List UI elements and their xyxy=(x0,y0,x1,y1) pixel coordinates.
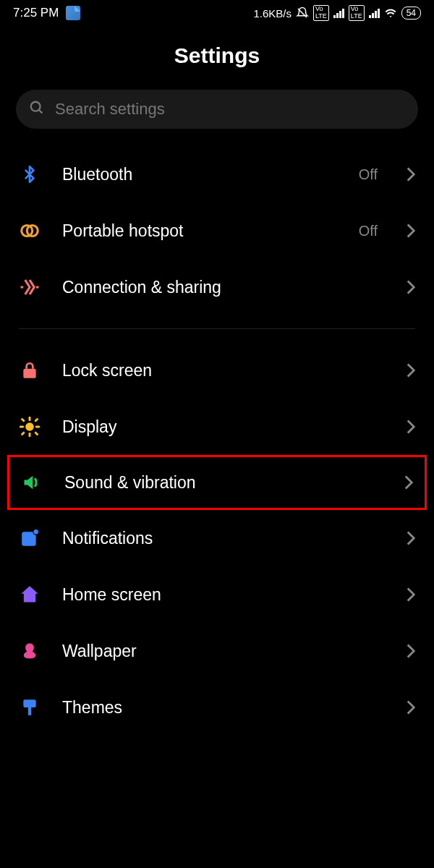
connection-icon xyxy=(19,276,41,298)
row-connection-sharing[interactable]: Connection & sharing xyxy=(0,259,434,315)
status-bar: 7:25 PM 1.6KB/s VoLTE VoLTE 54 xyxy=(0,0,434,26)
status-time: 7:25 PM xyxy=(13,6,59,20)
row-label: Home screen xyxy=(62,585,385,605)
row-notifications[interactable]: Notifications xyxy=(0,510,434,566)
files-app-icon xyxy=(66,6,80,20)
row-bluetooth[interactable]: Bluetooth Off xyxy=(0,146,434,203)
battery-indicator: 54 xyxy=(401,7,421,20)
lock-icon xyxy=(19,359,41,381)
row-label: Connection & sharing xyxy=(62,278,385,297)
home-icon xyxy=(19,584,41,605)
brush-icon xyxy=(19,697,41,718)
hotspot-icon xyxy=(19,220,41,242)
svg-line-13 xyxy=(22,433,24,434)
svg-line-11 xyxy=(35,433,37,434)
notifications-icon xyxy=(19,527,41,549)
svg-rect-18 xyxy=(28,707,31,715)
row-home-screen[interactable]: Home screen xyxy=(0,566,434,623)
chevron-right-icon xyxy=(407,363,415,378)
chevron-right-icon xyxy=(407,531,415,545)
svg-point-5 xyxy=(25,422,34,431)
search-icon xyxy=(29,100,45,119)
row-display[interactable]: Display xyxy=(0,399,434,455)
volte-icon-1: VoLTE xyxy=(313,5,329,21)
svg-line-1 xyxy=(39,110,43,114)
sun-icon xyxy=(19,416,41,438)
search-input[interactable]: Search settings xyxy=(16,90,418,129)
signal-icon-2 xyxy=(369,8,380,18)
row-label: Themes xyxy=(62,698,385,718)
row-label: Display xyxy=(62,417,385,437)
row-value: Off xyxy=(359,166,378,183)
chevron-right-icon xyxy=(407,420,415,434)
settings-list: Bluetooth Off Portable hotspot Off Conne… xyxy=(0,146,434,736)
chevron-right-icon xyxy=(407,587,415,602)
row-hotspot[interactable]: Portable hotspot Off xyxy=(0,203,434,259)
chevron-right-icon xyxy=(407,224,415,238)
speaker-icon xyxy=(21,472,43,493)
row-lock-screen[interactable]: Lock screen xyxy=(0,342,434,399)
chevron-right-icon xyxy=(407,167,415,182)
signal-icon-1 xyxy=(333,8,344,18)
row-label: Lock screen xyxy=(62,361,385,380)
flower-icon xyxy=(19,640,41,662)
chevron-right-icon xyxy=(407,280,415,294)
dnd-icon xyxy=(296,7,309,20)
svg-point-0 xyxy=(31,102,41,111)
row-label: Notifications xyxy=(62,529,385,548)
divider xyxy=(19,328,415,329)
svg-line-12 xyxy=(35,420,37,421)
row-label: Sound & vibration xyxy=(64,473,383,493)
row-value: Off xyxy=(359,223,378,239)
chevron-right-icon xyxy=(404,475,413,490)
chevron-right-icon xyxy=(407,700,415,715)
wifi-icon xyxy=(384,7,397,20)
svg-line-10 xyxy=(22,420,24,421)
svg-point-16 xyxy=(33,529,38,535)
page-title: Settings xyxy=(0,43,434,68)
row-label: Portable hotspot xyxy=(62,221,337,241)
row-label: Bluetooth xyxy=(62,165,337,184)
bluetooth-icon xyxy=(19,163,41,185)
volte-icon-2: VoLTE xyxy=(349,5,365,21)
row-wallpaper[interactable]: Wallpaper xyxy=(0,623,434,679)
row-themes[interactable]: Themes xyxy=(0,679,434,736)
chevron-right-icon xyxy=(407,644,415,658)
row-sound-vibration[interactable]: Sound & vibration xyxy=(7,455,427,510)
status-data-rate: 1.6KB/s xyxy=(253,7,292,20)
search-placeholder: Search settings xyxy=(55,100,165,119)
svg-rect-17 xyxy=(23,699,35,707)
row-label: Wallpaper xyxy=(62,642,385,661)
svg-rect-4 xyxy=(23,369,35,378)
